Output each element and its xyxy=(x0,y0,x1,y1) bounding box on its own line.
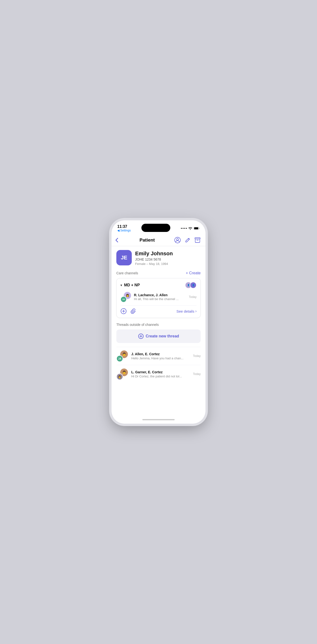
patient-info: Emily Johnson JOHE 1234 5678 Female – Ma… xyxy=(135,250,173,266)
thread-avatars-1: 👨 JA xyxy=(116,350,128,362)
nav-bar: Patient xyxy=(112,234,206,246)
thread-names-1: J. Allen, E. Cortez xyxy=(131,352,190,356)
home-bar xyxy=(142,419,175,420)
status-time: 11:37 xyxy=(117,224,127,229)
thread-info-2: L. Garner, E. Cortez Hi Dr Cortez, the p… xyxy=(131,370,190,378)
care-channels-header: Care channels + Create xyxy=(116,271,201,275)
thread-preview-1: Hello Jemma, Have you had a chan... xyxy=(131,356,190,360)
msg-avatar-sub: JA xyxy=(120,296,127,302)
person-icon[interactable] xyxy=(174,237,181,244)
status-settings[interactable]: ◀ Settings xyxy=(117,229,131,232)
dynamic-island xyxy=(142,224,170,232)
svg-point-3 xyxy=(176,238,178,240)
patient-dob: Female – May 18, 1994 xyxy=(135,262,173,266)
care-channels-label: Care channels xyxy=(116,271,138,275)
channel-card-md-np[interactable]: ▾ MD + NP 👤 👤 👩 J xyxy=(116,278,201,318)
channel-header: ▾ MD + NP 👤 👤 xyxy=(120,282,196,288)
thread-avatar-sub-2: 👩 xyxy=(116,373,123,380)
patient-header: JE Emily Johnson JOHE 1234 5678 Female –… xyxy=(116,250,201,266)
channel-actions: See details › xyxy=(120,306,196,314)
thread-time-2: Today xyxy=(193,372,201,376)
chevron-down-icon: ▾ xyxy=(120,283,122,287)
status-bar: 11:37 ◀ Settings xyxy=(112,220,206,234)
message-content: R. Lachance, J. Allen Hi all, This will … xyxy=(134,293,186,301)
edit-icon[interactable] xyxy=(185,237,190,243)
thread-time-1: Today xyxy=(193,354,201,358)
thread-item[interactable]: 👨 JA J. Allen, E. Cortez Hello Jemma, Ha… xyxy=(116,347,201,365)
signal-dots xyxy=(181,228,187,229)
create-thread-label: Create new thread xyxy=(146,334,179,338)
svg-rect-1 xyxy=(194,227,198,229)
thread-avatar-sub-1: JA xyxy=(116,355,123,362)
back-button[interactable] xyxy=(116,237,120,244)
patient-avatar: JE xyxy=(116,250,132,266)
see-details-button[interactable]: See details › xyxy=(176,309,196,313)
archive-icon[interactable] xyxy=(194,237,201,243)
attachment-icon[interactable] xyxy=(130,308,137,314)
patient-id: JOHE 1234 5678 xyxy=(135,258,173,261)
thread-list: 👨 JA J. Allen, E. Cortez Hello Jemma, Ha… xyxy=(116,347,201,383)
new-message-icon[interactable] xyxy=(120,308,127,314)
create-thread-icon xyxy=(138,333,144,339)
patient-name: Emily Johnson xyxy=(135,250,173,257)
create-channel-button[interactable]: + Create xyxy=(186,271,201,275)
status-icons xyxy=(181,227,200,230)
message-avatars: 👩 JA xyxy=(120,292,132,302)
phone-shell: 11:37 ◀ Settings xyxy=(112,220,206,424)
battery-icon xyxy=(194,227,200,230)
thread-preview-2: Hi Dr Cortez, the patient did not tol... xyxy=(131,374,190,378)
channel-avatars: 👤 👤 xyxy=(185,282,196,288)
svg-point-2 xyxy=(175,237,180,243)
channel-action-icons xyxy=(120,308,137,314)
channel-name: MD + NP xyxy=(124,283,140,287)
main-content: JE Emily Johnson JOHE 1234 5678 Female –… xyxy=(112,246,206,416)
nav-actions xyxy=(174,237,201,244)
svg-rect-4 xyxy=(195,238,200,239)
channel-title-row: ▾ MD + NP xyxy=(120,283,140,287)
home-indicator xyxy=(112,416,206,424)
message-preview: Hi all, This will be the channel ... xyxy=(134,297,186,301)
thread-info-1: J. Allen, E. Cortez Hello Jemma, Have yo… xyxy=(131,352,190,360)
create-thread-button[interactable]: Create new thread xyxy=(116,330,201,343)
channel-avatar-2: 👤 xyxy=(190,282,196,288)
page-title: Patient xyxy=(140,238,155,243)
message-time: Today xyxy=(189,295,196,299)
thread-avatars-2: 👨 👩 xyxy=(116,368,128,380)
thread-item-2[interactable]: 👨 👩 L. Garner, E. Cortez Hi Dr Cortez, t… xyxy=(116,365,201,383)
message-names: R. Lachance, J. Allen xyxy=(134,293,186,297)
threads-outside-label: Threads outside of channels xyxy=(116,323,201,326)
channel-message-row[interactable]: 👩 JA R. Lachance, J. Allen Hi all, This … xyxy=(120,292,196,302)
thread-names-2: L. Garner, E. Cortez xyxy=(131,370,190,374)
wifi-icon xyxy=(188,227,192,230)
